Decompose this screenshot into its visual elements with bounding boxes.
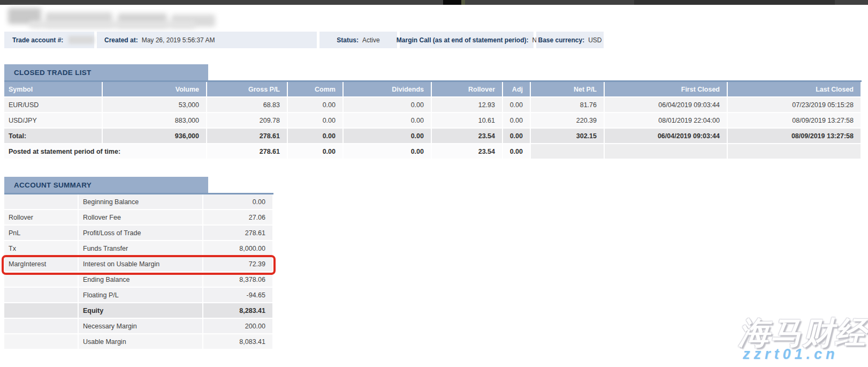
summary-value: 8,083.41 bbox=[203, 334, 273, 350]
total-label: Total: bbox=[4, 129, 103, 144]
trade-cell: 10.61 bbox=[432, 113, 503, 129]
summary-row: Usable Margin8,083.41 bbox=[4, 334, 273, 350]
total-cell: 06/04/2019 09:03:44 bbox=[605, 129, 728, 144]
column-header: First Closed bbox=[605, 82, 728, 98]
base-currency-label: Base currency: bbox=[538, 36, 584, 44]
posted-empty-cell bbox=[531, 144, 605, 160]
total-cell: 0.00 bbox=[288, 129, 344, 144]
account-summary-body: Beginning Balance0.00RolloverRollover Fe… bbox=[4, 194, 273, 350]
closed-trade-list-header: SymbolVolumeGross P/LCommDividendsRollov… bbox=[4, 82, 862, 98]
total-cell: 0.00 bbox=[503, 129, 531, 144]
summary-row: TxFunds Transfer8,000.00 bbox=[4, 241, 273, 257]
posted-empty-cell bbox=[605, 144, 728, 160]
trade-cell: 12.93 bbox=[432, 98, 503, 113]
status-value: Active bbox=[362, 36, 380, 44]
info-margin-call: Margin Call (as at end of statement peri… bbox=[400, 32, 534, 48]
posted-cell: 0.00 bbox=[344, 144, 432, 160]
summary-code bbox=[4, 334, 79, 350]
trade-cell: 0.00 bbox=[288, 113, 344, 129]
summary-row: Floating P/L-94.65 bbox=[4, 288, 273, 303]
summary-row: PnLProfit/Loss of Trade278.61 bbox=[4, 226, 273, 241]
column-header: Comm bbox=[288, 82, 344, 98]
closed-trade-list-body: EUR/USD53,00068.830.000.0012.930.0081.76… bbox=[4, 98, 862, 160]
summary-value: 8,283.41 bbox=[203, 303, 273, 319]
summary-row: Necessary Margin200.00 bbox=[4, 319, 273, 334]
summary-row: Beginning Balance0.00 bbox=[4, 194, 273, 210]
account-info-bar: Trade account #: Created at: May 26, 201… bbox=[4, 32, 604, 48]
column-header: Rollover bbox=[432, 82, 503, 98]
info-status: Status: Active bbox=[319, 32, 397, 48]
base-currency-value: USD bbox=[588, 36, 601, 44]
posted-cell: 0.00 bbox=[288, 144, 344, 160]
info-trade-account: Trade account #: bbox=[4, 32, 94, 48]
total-cell: 278.61 bbox=[207, 129, 288, 144]
summary-row: RolloverRollover Fee27.06 bbox=[4, 210, 273, 226]
summary-description: Interest on Usable Margin bbox=[79, 257, 203, 272]
created-at-label: Created at: bbox=[104, 36, 138, 44]
total-row: Total:936,000278.610.000.0023.540.00302.… bbox=[4, 129, 862, 144]
closed-trade-list-section-tab: CLOSED TRADE LIST bbox=[4, 64, 208, 80]
info-created-at: Created at: May 26, 2019 5:56:37 AM bbox=[97, 32, 317, 48]
trade-account-label: Trade account #: bbox=[12, 36, 63, 44]
summary-code: Rollover bbox=[4, 210, 79, 226]
summary-row-highlighted: MargInterestInterest on Usable Margin72.… bbox=[4, 257, 273, 272]
trade-row: USD/JPY883,000209.780.000.0010.610.00220… bbox=[4, 113, 862, 129]
summary-value: 200.00 bbox=[203, 319, 273, 334]
created-at-value: May 26, 2019 5:56:37 AM bbox=[142, 36, 215, 44]
trade-cell: 0.00 bbox=[503, 98, 531, 113]
summary-value: 278.61 bbox=[203, 226, 273, 241]
posted-label: Posted at statement period of time: bbox=[4, 144, 207, 160]
summary-code: PnL bbox=[4, 226, 79, 241]
trade-cell: 68.83 bbox=[207, 98, 288, 113]
summary-description: Floating P/L bbox=[79, 288, 203, 303]
column-header: Symbol bbox=[4, 82, 103, 98]
account-summary-table: Beginning Balance0.00RolloverRollover Fe… bbox=[4, 194, 273, 350]
trade-cell: 07/23/2019 05:15:28 bbox=[728, 98, 862, 113]
total-cell: 23.54 bbox=[432, 129, 503, 144]
trade-statement-page: Trade account #: Created at: May 26, 201… bbox=[0, 0, 868, 367]
redacted-strip-patch bbox=[443, 0, 461, 5]
logo-blur-blob bbox=[29, 21, 195, 28]
trade-cell: 0.00 bbox=[503, 113, 531, 129]
summary-value: -94.65 bbox=[203, 288, 273, 303]
summary-row: Ending Balance8,378.06 bbox=[4, 272, 273, 288]
summary-value: 8,000.00 bbox=[203, 241, 273, 257]
posted-cell: 278.61 bbox=[207, 144, 288, 160]
trade-cell: 81.76 bbox=[531, 98, 605, 113]
redacted-logo bbox=[8, 7, 222, 29]
trade-row: EUR/USD53,00068.830.000.0012.930.0081.76… bbox=[4, 98, 862, 113]
status-label: Status: bbox=[337, 36, 359, 44]
trade-cell: 08/01/2019 22:04:00 bbox=[605, 113, 728, 129]
summary-code bbox=[4, 272, 79, 288]
total-cell: 0.00 bbox=[344, 129, 432, 144]
summary-description: Funds Transfer bbox=[79, 241, 203, 257]
summary-description: Necessary Margin bbox=[79, 319, 203, 334]
column-header: Last Closed bbox=[728, 82, 862, 98]
summary-code: Tx bbox=[4, 241, 79, 257]
column-header: Gross P/L bbox=[207, 82, 288, 98]
summary-row: Equity8,283.41 bbox=[4, 303, 273, 319]
total-cell: 302.15 bbox=[531, 129, 605, 144]
posted-row: Posted at statement period of time:278.6… bbox=[4, 144, 862, 160]
total-cell: 936,000 bbox=[103, 129, 207, 144]
trade-cell: EUR/USD bbox=[4, 98, 103, 113]
summary-code bbox=[4, 319, 79, 334]
column-header: Dividends bbox=[344, 82, 432, 98]
summary-value: 8,378.06 bbox=[203, 272, 273, 288]
column-header: Volume bbox=[103, 82, 207, 98]
summary-description: Equity bbox=[79, 303, 203, 319]
closed-trade-list-title: CLOSED TRADE LIST bbox=[14, 69, 92, 77]
total-cell: 08/09/2019 13:27:58 bbox=[728, 129, 862, 144]
summary-value: 27.06 bbox=[203, 210, 273, 226]
summary-description: Usable Margin bbox=[79, 334, 203, 350]
trade-cell: 53,000 bbox=[103, 98, 207, 113]
redacted-account-number bbox=[68, 36, 94, 44]
trade-cell: 0.00 bbox=[288, 98, 344, 113]
summary-description: Rollover Fee bbox=[79, 210, 203, 226]
trade-cell: 209.78 bbox=[207, 113, 288, 129]
trade-cell: 0.00 bbox=[344, 98, 432, 113]
column-header: Adj bbox=[503, 82, 531, 98]
strip-patch-dark bbox=[634, 0, 835, 5]
trade-cell: 06/04/2019 09:03:44 bbox=[605, 98, 728, 113]
margin-call-label: Margin Call (as at end of statement peri… bbox=[397, 36, 529, 44]
